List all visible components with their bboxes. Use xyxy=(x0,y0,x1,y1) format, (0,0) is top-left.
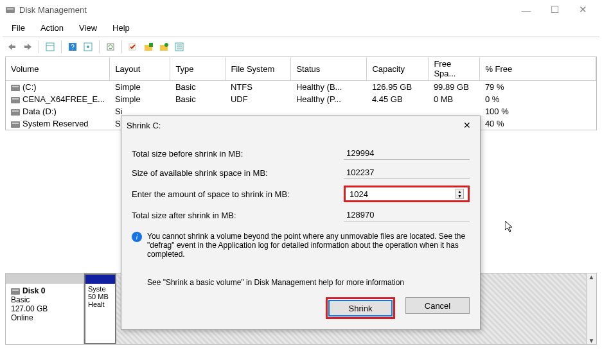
col-status[interactable]: Status xyxy=(291,57,367,81)
svg-rect-5 xyxy=(24,46,28,48)
svg-point-11 xyxy=(87,46,89,48)
forward-button[interactable] xyxy=(21,40,35,54)
disk-info: Disk 0 Basic 127.00 GB Online xyxy=(6,273,84,344)
scrollbar[interactable]: ▲ ▼ xyxy=(586,273,596,344)
maximize-button[interactable]: ☐ xyxy=(540,1,569,18)
col-pctfree[interactable]: % Free xyxy=(480,57,596,81)
toolbar-view-icon[interactable] xyxy=(43,40,57,54)
table-row[interactable]: (C:) Simple Basic NTFS Healthy (B... 126… xyxy=(6,81,596,94)
open-folder-icon[interactable] xyxy=(157,40,171,54)
col-layout[interactable]: Layout xyxy=(110,57,170,81)
col-free[interactable]: Free Spa... xyxy=(429,57,480,81)
list-icon[interactable] xyxy=(172,40,186,54)
close-icon[interactable]: ✕ xyxy=(459,119,475,132)
toolbar: ? xyxy=(0,37,602,56)
spin-up-icon[interactable]: ▲ xyxy=(456,189,463,194)
info-text-1: You cannot shrink a volume beyond the po… xyxy=(147,232,470,259)
disk-icon xyxy=(11,288,20,295)
svg-rect-15 xyxy=(149,43,153,47)
volume-icon xyxy=(11,85,20,91)
shrink-amount-input[interactable]: 1024 ▲ ▼ xyxy=(344,186,470,202)
value-total-before: 129994 xyxy=(344,147,470,160)
properties-icon[interactable] xyxy=(81,40,95,54)
volume-icon xyxy=(11,97,20,103)
back-button[interactable] xyxy=(5,40,19,54)
label-available: Size of available shrink space in MB: xyxy=(132,168,344,178)
volume-icon xyxy=(11,121,20,128)
menubar: File Action View Help xyxy=(3,19,599,37)
refresh-icon[interactable] xyxy=(103,40,118,54)
info-icon: i xyxy=(132,232,142,242)
label-total-before: Total size before shrink in MB: xyxy=(132,149,344,159)
column-header-row: Volume Layout Type File System Status Ca… xyxy=(6,57,596,81)
value-total-after: 128970 xyxy=(344,209,470,221)
value-available: 102237 xyxy=(344,166,470,179)
minimize-button[interactable]: — xyxy=(512,1,540,18)
check-icon[interactable] xyxy=(126,40,140,54)
new-folder-icon[interactable] xyxy=(141,40,155,54)
menu-action[interactable]: Action xyxy=(38,22,66,34)
volume-icon xyxy=(11,109,20,116)
app-icon xyxy=(5,4,15,15)
svg-point-17 xyxy=(164,43,168,47)
label-enter-amount: Enter the amount of space to shrink in M… xyxy=(132,189,344,199)
svg-rect-0 xyxy=(6,7,15,13)
svg-marker-22 xyxy=(505,221,512,232)
col-type[interactable]: Type xyxy=(170,57,226,81)
menu-file[interactable]: File xyxy=(9,22,28,34)
svg-text:?: ? xyxy=(71,44,75,51)
spin-down-icon[interactable]: ▼ xyxy=(456,194,463,198)
cursor-icon xyxy=(505,221,515,234)
scroll-down-icon[interactable]: ▼ xyxy=(589,337,595,344)
dialog-title: Shrink C: xyxy=(127,121,459,130)
dialog-titlebar[interactable]: Shrink C: ✕ xyxy=(121,116,480,134)
col-volume[interactable]: Volume xyxy=(6,57,110,81)
table-row[interactable]: CENA_X64FREE_E... Simple Basic UDF Healt… xyxy=(6,93,596,105)
menu-help[interactable]: Help xyxy=(110,22,132,34)
menu-view[interactable]: View xyxy=(76,22,100,34)
shrink-dialog: Shrink C: ✕ Total size before shrink in … xyxy=(121,116,481,330)
col-fs[interactable]: File System xyxy=(226,57,291,81)
svg-rect-6 xyxy=(46,43,54,51)
info-text-2: See "Shrink a basic volume" in Disk Mana… xyxy=(132,278,470,287)
cancel-button[interactable]: Cancel xyxy=(405,297,470,314)
partition[interactable]: Syste 50 MB Healt xyxy=(84,273,116,344)
shrink-button[interactable]: Shrink xyxy=(328,300,393,316)
window-titlebar: Disk Management — ☐ ✕ xyxy=(0,0,602,19)
svg-rect-1 xyxy=(7,8,13,10)
window-title: Disk Management xyxy=(19,5,512,15)
svg-rect-3 xyxy=(12,46,15,48)
label-total-after: Total size after shrink in MB: xyxy=(132,211,344,220)
close-window-button[interactable]: ✕ xyxy=(569,1,597,18)
scroll-up-icon[interactable]: ▲ xyxy=(589,273,595,281)
shrink-amount-value[interactable]: 1024 xyxy=(350,189,456,199)
help-icon[interactable]: ? xyxy=(66,40,80,54)
col-cap[interactable]: Capacity xyxy=(367,57,429,81)
